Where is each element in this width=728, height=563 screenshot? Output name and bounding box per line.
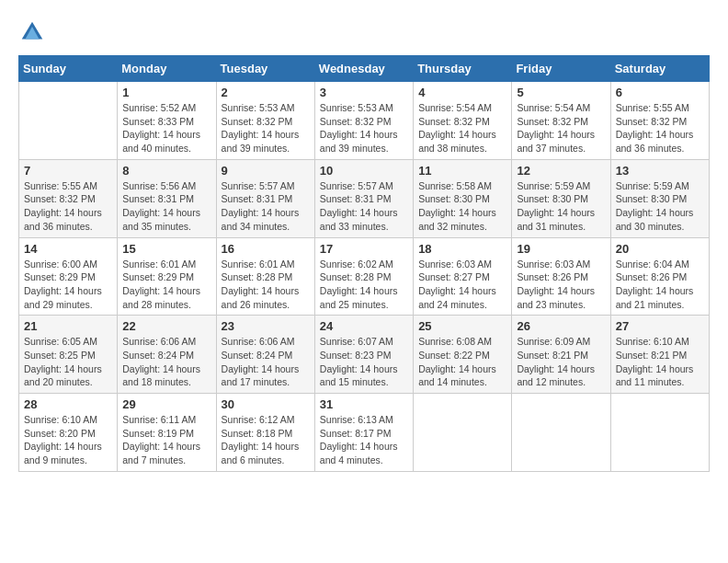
calendar-cell: 20Sunrise: 6:04 AMSunset: 8:26 PMDayligh…	[610, 237, 709, 316]
calendar-week-row: 7Sunrise: 5:55 AMSunset: 8:32 PMDaylight…	[19, 159, 710, 237]
calendar-cell	[414, 394, 512, 472]
day-detail: Sunrise: 6:05 AMSunset: 8:25 PMDaylight:…	[24, 335, 112, 389]
day-detail: Sunrise: 6:01 AMSunset: 8:28 PMDaylight:…	[222, 258, 310, 312]
calendar-cell	[610, 394, 709, 472]
day-detail: Sunrise: 5:59 AMSunset: 8:30 PMDaylight:…	[517, 179, 605, 234]
day-number: 24	[320, 319, 408, 333]
calendar-cell: 10Sunrise: 5:57 AMSunset: 8:31 PMDayligh…	[314, 159, 413, 237]
day-number: 26	[517, 319, 605, 333]
day-number: 31	[320, 397, 408, 411]
calendar-week-row: 21Sunrise: 6:05 AMSunset: 8:25 PMDayligh…	[19, 316, 710, 394]
calendar-cell: 9Sunrise: 5:57 AMSunset: 8:31 PMDaylight…	[216, 159, 314, 237]
calendar-cell: 12Sunrise: 5:59 AMSunset: 8:30 PMDayligh…	[512, 159, 610, 237]
day-number: 18	[418, 242, 506, 256]
calendar-cell: 4Sunrise: 5:54 AMSunset: 8:32 PMDaylight…	[414, 82, 512, 160]
logo	[18, 18, 51, 46]
day-detail: Sunrise: 5:58 AMSunset: 8:30 PMDaylight:…	[418, 179, 506, 234]
calendar-cell	[512, 394, 610, 472]
calendar-cell: 18Sunrise: 6:03 AMSunset: 8:27 PMDayligh…	[414, 237, 512, 316]
header-day: Monday	[118, 56, 216, 82]
day-detail: Sunrise: 6:10 AMSunset: 8:20 PMDaylight:…	[24, 413, 112, 467]
day-number: 10	[320, 164, 408, 178]
day-detail: Sunrise: 5:56 AMSunset: 8:31 PMDaylight:…	[122, 179, 210, 234]
day-number: 17	[320, 242, 408, 256]
day-detail: Sunrise: 6:12 AMSunset: 8:18 PMDaylight:…	[222, 413, 310, 467]
day-number: 20	[616, 242, 704, 256]
day-detail: Sunrise: 6:09 AMSunset: 8:21 PMDaylight:…	[517, 335, 605, 389]
calendar-cell	[19, 82, 118, 160]
day-number: 11	[418, 164, 506, 178]
logo-icon	[18, 18, 46, 46]
calendar-cell: 7Sunrise: 5:55 AMSunset: 8:32 PMDaylight…	[19, 159, 118, 237]
calendar-cell: 31Sunrise: 6:13 AMSunset: 8:17 PMDayligh…	[314, 394, 413, 472]
calendar-cell: 28Sunrise: 6:10 AMSunset: 8:20 PMDayligh…	[19, 394, 118, 472]
day-detail: Sunrise: 5:59 AMSunset: 8:30 PMDaylight:…	[616, 179, 704, 234]
calendar-cell: 24Sunrise: 6:07 AMSunset: 8:23 PMDayligh…	[314, 316, 413, 394]
day-number: 16	[222, 242, 310, 256]
day-number: 25	[418, 319, 506, 333]
day-detail: Sunrise: 5:57 AMSunset: 8:31 PMDaylight:…	[222, 179, 310, 234]
calendar-cell: 29Sunrise: 6:11 AMSunset: 8:19 PMDayligh…	[118, 394, 216, 472]
calendar-cell: 15Sunrise: 6:01 AMSunset: 8:29 PMDayligh…	[118, 237, 216, 316]
calendar-cell: 30Sunrise: 6:12 AMSunset: 8:18 PMDayligh…	[216, 394, 314, 472]
day-detail: Sunrise: 6:02 AMSunset: 8:28 PMDaylight:…	[320, 258, 408, 312]
calendar-cell: 14Sunrise: 6:00 AMSunset: 8:29 PMDayligh…	[19, 237, 118, 316]
calendar-cell: 8Sunrise: 5:56 AMSunset: 8:31 PMDaylight…	[118, 159, 216, 237]
day-detail: Sunrise: 6:08 AMSunset: 8:22 PMDaylight:…	[418, 335, 506, 389]
day-number: 5	[517, 86, 605, 99]
day-detail: Sunrise: 5:53 AMSunset: 8:32 PMDaylight:…	[222, 101, 310, 155]
day-detail: Sunrise: 5:54 AMSunset: 8:32 PMDaylight:…	[517, 101, 605, 155]
calendar-cell: 6Sunrise: 5:55 AMSunset: 8:32 PMDaylight…	[610, 82, 709, 160]
day-number: 22	[122, 319, 210, 333]
calendar-cell: 13Sunrise: 5:59 AMSunset: 8:30 PMDayligh…	[610, 159, 709, 237]
day-detail: Sunrise: 6:13 AMSunset: 8:17 PMDaylight:…	[320, 413, 408, 467]
day-detail: Sunrise: 5:54 AMSunset: 8:32 PMDaylight:…	[418, 101, 506, 155]
day-number: 12	[517, 164, 605, 178]
day-number: 13	[616, 164, 704, 178]
day-detail: Sunrise: 6:01 AMSunset: 8:29 PMDaylight:…	[122, 258, 210, 312]
day-number: 15	[122, 242, 210, 256]
day-number: 29	[122, 397, 210, 411]
day-detail: Sunrise: 5:55 AMSunset: 8:32 PMDaylight:…	[24, 179, 112, 234]
day-detail: Sunrise: 5:53 AMSunset: 8:32 PMDaylight:…	[320, 101, 408, 155]
calendar-cell: 26Sunrise: 6:09 AMSunset: 8:21 PMDayligh…	[512, 316, 610, 394]
day-number: 23	[222, 319, 310, 333]
calendar-cell: 27Sunrise: 6:10 AMSunset: 8:21 PMDayligh…	[610, 316, 709, 394]
header-day: Wednesday	[314, 56, 413, 82]
day-number: 8	[122, 164, 210, 178]
header-day: Friday	[512, 56, 610, 82]
calendar-cell: 1Sunrise: 5:52 AMSunset: 8:33 PMDaylight…	[118, 82, 216, 160]
day-detail: Sunrise: 6:11 AMSunset: 8:19 PMDaylight:…	[122, 413, 210, 467]
calendar-cell: 5Sunrise: 5:54 AMSunset: 8:32 PMDaylight…	[512, 82, 610, 160]
header-day: Sunday	[19, 56, 118, 82]
calendar-cell: 16Sunrise: 6:01 AMSunset: 8:28 PMDayligh…	[216, 237, 314, 316]
header-row: SundayMondayTuesdayWednesdayThursdayFrid…	[19, 56, 710, 82]
header-day: Tuesday	[216, 56, 314, 82]
day-number: 21	[24, 319, 112, 333]
calendar-cell: 3Sunrise: 5:53 AMSunset: 8:32 PMDaylight…	[314, 82, 413, 160]
day-detail: Sunrise: 6:00 AMSunset: 8:29 PMDaylight:…	[24, 258, 112, 312]
day-detail: Sunrise: 6:10 AMSunset: 8:21 PMDaylight:…	[616, 335, 704, 389]
calendar-week-row: 14Sunrise: 6:00 AMSunset: 8:29 PMDayligh…	[19, 237, 710, 316]
day-number: 4	[418, 86, 506, 99]
day-detail: Sunrise: 6:06 AMSunset: 8:24 PMDaylight:…	[222, 335, 310, 389]
day-number: 9	[222, 164, 310, 178]
day-number: 19	[517, 242, 605, 256]
calendar-cell: 2Sunrise: 5:53 AMSunset: 8:32 PMDaylight…	[216, 82, 314, 160]
calendar-cell: 19Sunrise: 6:03 AMSunset: 8:26 PMDayligh…	[512, 237, 610, 316]
calendar-cell: 21Sunrise: 6:05 AMSunset: 8:25 PMDayligh…	[19, 316, 118, 394]
calendar-header: SundayMondayTuesdayWednesdayThursdayFrid…	[19, 56, 710, 82]
day-number: 6	[616, 86, 704, 99]
day-detail: Sunrise: 6:07 AMSunset: 8:23 PMDaylight:…	[320, 335, 408, 389]
calendar-cell: 22Sunrise: 6:06 AMSunset: 8:24 PMDayligh…	[118, 316, 216, 394]
calendar-cell: 23Sunrise: 6:06 AMSunset: 8:24 PMDayligh…	[216, 316, 314, 394]
calendar: SundayMondayTuesdayWednesdayThursdayFrid…	[18, 55, 710, 472]
header	[18, 18, 710, 46]
calendar-body: 1Sunrise: 5:52 AMSunset: 8:33 PMDaylight…	[19, 82, 710, 472]
day-number: 7	[24, 164, 112, 178]
day-detail: Sunrise: 6:03 AMSunset: 8:26 PMDaylight:…	[517, 258, 605, 312]
day-detail: Sunrise: 5:52 AMSunset: 8:33 PMDaylight:…	[122, 101, 210, 155]
day-number: 27	[616, 319, 704, 333]
header-day: Thursday	[414, 56, 512, 82]
day-detail: Sunrise: 6:06 AMSunset: 8:24 PMDaylight:…	[122, 335, 210, 389]
